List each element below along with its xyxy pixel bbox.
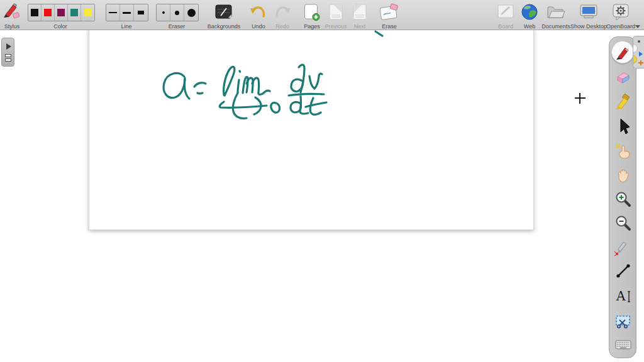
- eraser-small-button[interactable]: [157, 4, 170, 21]
- redo-icon: [274, 3, 291, 21]
- documents-label: Documents: [541, 23, 570, 30]
- pages-thumbnail-icon: [5, 58, 11, 62]
- color-label: Color: [53, 23, 67, 30]
- eraser-large-icon: [187, 9, 196, 17]
- crosshair-cursor: [579, 93, 580, 104]
- pages-icon: [304, 3, 321, 21]
- toolbar-overflow-caret[interactable]: [635, 25, 640, 28]
- popup-partial-circle-icon: [633, 44, 638, 53]
- color-group: [28, 4, 95, 21]
- popup-partial-yellow-circle-icon: [633, 55, 637, 63]
- line-tool-button[interactable]: [614, 261, 633, 280]
- eraser-label: Eraser: [169, 23, 186, 30]
- library-panel-toggle[interactable]: [1, 38, 14, 67]
- previous-label: Previous: [325, 23, 347, 30]
- web-globe-icon: [521, 3, 538, 21]
- text-tool-glyph: A: [616, 288, 626, 304]
- backgrounds-label: Backgrounds: [208, 23, 241, 30]
- eraser-medium-button[interactable]: [170, 4, 184, 21]
- color-teal-button[interactable]: [68, 4, 81, 21]
- erase-label: Erase: [382, 23, 397, 30]
- line-medium-button[interactable]: [120, 4, 134, 21]
- color-purple-button[interactable]: [55, 4, 68, 21]
- pages-label: Pages: [304, 23, 320, 30]
- web-label: Web: [524, 23, 535, 30]
- eraser-medium-icon: [175, 11, 179, 15]
- documents-folder-icon: [547, 4, 565, 21]
- pen-tool-button[interactable]: [614, 43, 633, 62]
- popup-orange-star-icon: [638, 60, 643, 65]
- line-thin-icon: [109, 12, 117, 13]
- laser-pointer-tool-button[interactable]: [614, 239, 633, 258]
- stylus-icon: [2, 2, 22, 22]
- line-thick-button[interactable]: [134, 4, 148, 21]
- stylus-subpalette-popup[interactable]: [633, 36, 644, 69]
- color-yellow-swatch: [84, 9, 92, 16]
- board-label: Board: [498, 23, 513, 30]
- eraser-small-icon: [162, 11, 165, 14]
- text-tool-button[interactable]: A: [614, 287, 633, 305]
- highlighter-tool-button[interactable]: [614, 92, 633, 111]
- previous-page-icon: [328, 3, 343, 21]
- interact-hand-tool-button[interactable]: [614, 142, 633, 161]
- color-purple-swatch: [57, 9, 65, 16]
- pages-thumbnail-icon: [5, 54, 11, 57]
- color-black-button[interactable]: [28, 4, 42, 21]
- show-desktop-label: Show Desktop: [570, 23, 607, 30]
- eraser-large-button[interactable]: [184, 4, 198, 21]
- top-toolbar: Stylus Color Line Eraser Backgrounds: [0, 0, 644, 30]
- capture-tool-button[interactable]: [614, 312, 633, 331]
- next-label: Next: [354, 23, 366, 30]
- color-yellow-button[interactable]: [81, 4, 94, 21]
- erase-icon: [379, 3, 399, 21]
- zoom-in-tool-button[interactable]: [614, 190, 633, 209]
- line-group: [106, 4, 148, 21]
- eraser-group: [156, 4, 199, 21]
- zoom-out-tool-button[interactable]: [614, 214, 633, 233]
- expand-arrow-icon: [6, 43, 11, 50]
- popup-dot-icon: [638, 40, 640, 43]
- selector-arrow-tool-button[interactable]: [614, 117, 633, 136]
- next-page-icon: [352, 3, 367, 21]
- line-label: Line: [121, 23, 131, 30]
- board-icon: [497, 4, 514, 20]
- color-red-swatch: [44, 9, 52, 16]
- virtual-keyboard-tool-button[interactable]: [614, 335, 633, 354]
- right-toolbar: A: [609, 36, 636, 358]
- redo-label: Redo: [275, 23, 289, 30]
- eraser-tool-button[interactable]: [614, 68, 633, 87]
- stylus-label: Stylus: [4, 23, 20, 30]
- scroll-hand-tool-button[interactable]: [614, 166, 633, 185]
- color-teal-swatch: [70, 9, 78, 16]
- popup-blue-arrow-icon: [639, 52, 643, 57]
- line-thick-icon: [138, 11, 144, 14]
- openboard-label: OpenBoard: [606, 23, 635, 30]
- undo-label: Undo: [252, 23, 265, 30]
- line-thin-button[interactable]: [106, 4, 120, 21]
- line-medium-icon: [123, 12, 131, 14]
- backgrounds-icon: [215, 3, 233, 21]
- color-black-swatch: [31, 9, 38, 16]
- whiteboard-page[interactable]: [89, 28, 534, 230]
- color-red-button[interactable]: [42, 4, 55, 21]
- show-desktop-monitor-icon: [579, 4, 598, 21]
- undo-icon: [250, 3, 267, 21]
- openboard-gear-icon: [612, 3, 630, 21]
